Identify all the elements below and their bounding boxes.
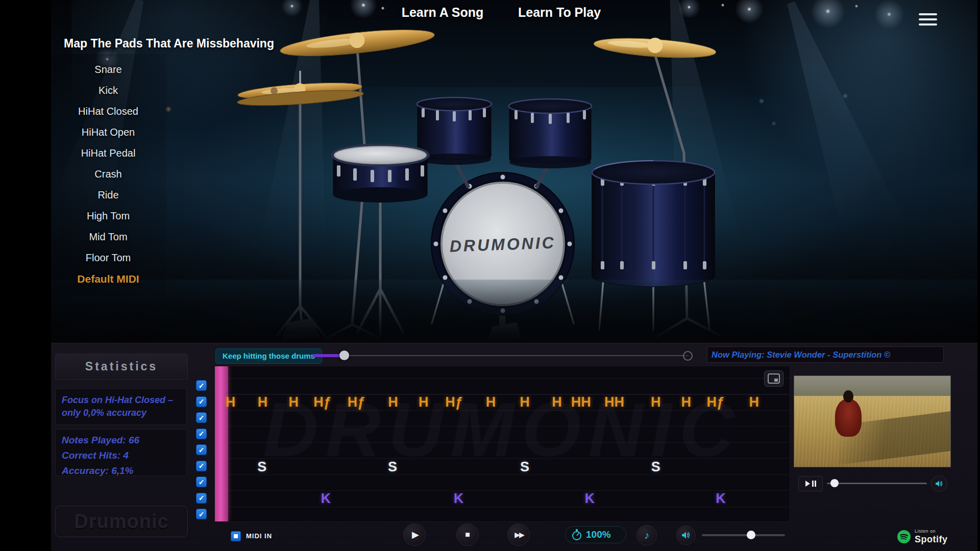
checkmark-icon: ✓: [199, 479, 205, 486]
stat-line: Accuracy: 6,1%: [62, 463, 180, 479]
nav-learn-to-play[interactable]: Learn To Play: [483, 5, 636, 20]
hihat-note: Hƒ: [313, 393, 331, 411]
video-art-sky: [794, 376, 950, 396]
music-note-icon: ♪: [644, 530, 649, 541]
checkmark-icon: ✓: [199, 462, 205, 469]
master-volume-handle[interactable]: [747, 531, 755, 539]
hihat-note: H: [226, 393, 236, 411]
kick-note: K: [584, 489, 595, 508]
menu-icon[interactable]: [919, 13, 937, 29]
pad-item[interactable]: Kick: [57, 80, 159, 101]
snare-note: S: [651, 458, 660, 476]
default-midi-button[interactable]: Default MIDI: [57, 268, 159, 289]
spotify-attribution[interactable]: Listen on Spotify: [897, 529, 948, 544]
note-grid[interactable]: DRUMONIC H H H Hƒ Hƒ H H: [214, 366, 790, 522]
play-button[interactable]: ▶: [403, 523, 426, 546]
pad-item[interactable]: Snare: [57, 59, 159, 80]
play-icon: [805, 481, 810, 487]
lane-checkbox[interactable]: ✓: [196, 493, 207, 504]
snare-note: S: [257, 458, 266, 476]
tempo-control[interactable]: 100%: [565, 526, 626, 543]
video-art-figure: [835, 399, 862, 437]
hihat-note: Hƒ: [706, 393, 724, 411]
lane-checkbox[interactable]: ✓: [196, 396, 207, 407]
statistics-header: Statistics: [55, 354, 188, 380]
video-seek-track[interactable]: [827, 483, 927, 484]
lane-checkbox[interactable]: ✓: [196, 429, 207, 439]
hihat-note: H: [258, 393, 268, 411]
pad-item[interactable]: Mid Tom: [57, 227, 159, 247]
video-player[interactable]: [794, 375, 951, 467]
pause-icon: [812, 481, 816, 487]
checkmark-icon: ✓: [199, 414, 205, 421]
master-volume-track[interactable]: [702, 534, 785, 536]
drumonic-logo: Drumonic: [55, 506, 188, 537]
pad-item[interactable]: High Tom: [57, 206, 159, 227]
checkmark-icon: ✓: [199, 398, 205, 405]
video-seek-handle[interactable]: [830, 479, 839, 487]
metronome-icon: [572, 529, 582, 540]
pad-item[interactable]: Ride: [57, 185, 159, 206]
snare-note: S: [520, 458, 529, 476]
stage-background: DRUMONIC: [51, 0, 977, 343]
lane-checkbox[interactable]: ✓: [196, 477, 207, 487]
speaker-icon: [681, 531, 691, 539]
checkmark-icon: ✓: [199, 446, 205, 454]
metronome-sound-button[interactable]: ♪: [636, 525, 657, 545]
stop-button[interactable]: ■: [456, 523, 479, 546]
hihat-note: Hƒ: [445, 393, 463, 411]
spotify-wordmark: Spotify: [915, 535, 948, 544]
video-volume-button[interactable]: [931, 475, 947, 492]
stop-icon: ■: [465, 530, 470, 539]
pad-item[interactable]: HiHat Pedal: [57, 143, 159, 164]
lane-checkbox[interactable]: ✓: [196, 461, 207, 471]
song-progress-end-marker: [683, 351, 693, 361]
pad-item[interactable]: HiHat Open: [57, 122, 159, 143]
kick-note-lane: K K K K: [215, 489, 790, 508]
hihat-note: HH: [571, 393, 591, 411]
video-art-figure-head: [843, 390, 853, 402]
pad-item[interactable]: HiHat Closed: [57, 101, 159, 122]
checkmark-icon: ✓: [199, 382, 205, 389]
speaker-icon: [935, 480, 943, 487]
hihat-note: H: [552, 393, 562, 411]
pad-item[interactable]: Crash: [57, 164, 159, 185]
midi-in-checkbox[interactable]: [231, 531, 241, 541]
statistics-values: Notes Played: 66 Correct Hits: 4 Accurac…: [55, 429, 187, 476]
lane-checkbox[interactable]: ✓: [196, 412, 207, 423]
kick-note: K: [321, 489, 331, 508]
midi-in-label: MIDI IN: [246, 531, 272, 541]
app-window: DRUMONIC: [51, 0, 977, 551]
pad-list: Snare Kick HiHat Closed HiHat Open HiHat…: [57, 59, 159, 268]
stat-line: Correct Hits: 4: [62, 448, 180, 463]
play-icon: ▶: [412, 529, 419, 540]
snare-note-lane: S S S S: [215, 458, 790, 476]
lane-checkbox[interactable]: ✓: [196, 380, 207, 391]
video-play-pause-button[interactable]: [798, 476, 823, 491]
spotify-logo-icon: [897, 530, 911, 543]
now-playing-text: Now Playing: Stevie Wonder - Superstitio…: [712, 347, 890, 362]
checkmark-icon: ✓: [199, 494, 205, 502]
hihat-note: H: [651, 393, 661, 411]
hihat-note-lane: H H H Hƒ Hƒ H H Hƒ H H: [215, 393, 790, 411]
hihat-note: H: [681, 393, 692, 411]
hihat-note: Hƒ: [348, 393, 365, 411]
fast-forward-button[interactable]: ▶▶: [507, 523, 530, 546]
checkmark-icon: ✓: [199, 430, 205, 437]
lane-checkbox-column: ✓ ✓ ✓ ✓ ✓ ✓: [196, 380, 208, 519]
song-progress-track[interactable]: [312, 355, 689, 356]
kick-note: K: [716, 489, 726, 508]
drumonic-logo-text: Drumonic: [74, 511, 168, 533]
now-playing-bar: Now Playing: Stevie Wonder - Superstitio…: [707, 346, 944, 363]
snare-note: S: [388, 458, 397, 476]
fullscreen-icon[interactable]: [764, 370, 783, 387]
statistics-title: Statistics: [85, 360, 158, 373]
lane-checkbox[interactable]: ✓: [196, 509, 207, 519]
song-progress-handle[interactable]: [339, 350, 349, 360]
hihat-note: H: [520, 393, 530, 411]
hihat-note: H: [388, 393, 398, 411]
master-volume-button[interactable]: [676, 525, 696, 545]
lane-checkbox[interactable]: ✓: [196, 444, 207, 455]
checkmark-icon: ✓: [199, 511, 205, 518]
pad-item[interactable]: Floor Tom: [57, 247, 159, 268]
